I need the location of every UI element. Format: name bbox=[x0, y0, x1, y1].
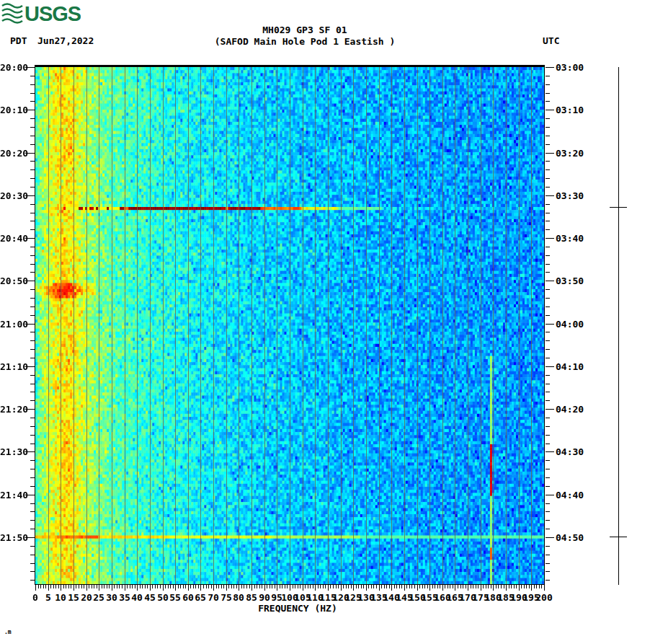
freq-tick bbox=[223, 585, 224, 588]
freq-tick bbox=[114, 585, 115, 588]
time-tick-left bbox=[30, 511, 35, 512]
time-tick-left bbox=[30, 213, 35, 213]
time-tick-right bbox=[546, 340, 550, 341]
freq-tick bbox=[53, 585, 54, 588]
freq-tick bbox=[437, 585, 438, 588]
y-right-tick-label: 03:20 bbox=[556, 149, 584, 158]
freq-tick bbox=[341, 585, 342, 591]
freq-tick bbox=[157, 585, 158, 588]
freq-tick bbox=[277, 585, 277, 591]
freq-tick bbox=[471, 585, 471, 588]
time-tick-left bbox=[30, 469, 35, 469]
freq-tick bbox=[140, 585, 141, 588]
freq-tick bbox=[386, 585, 387, 588]
y-right-tick-label: 04:50 bbox=[556, 533, 584, 542]
freq-tick bbox=[160, 585, 161, 588]
freq-tick bbox=[450, 585, 450, 588]
freq-tick bbox=[99, 585, 99, 591]
time-tick-left bbox=[30, 76, 35, 76]
freq-tick bbox=[66, 585, 66, 588]
y-left-tick-label: 21:20 bbox=[0, 405, 27, 414]
freq-tick bbox=[236, 585, 237, 588]
freq-tick bbox=[130, 585, 130, 588]
freq-tick bbox=[308, 585, 308, 588]
freq-tick bbox=[442, 585, 443, 591]
freq-tick bbox=[94, 585, 94, 588]
freq-tick bbox=[63, 585, 64, 588]
freq-tick bbox=[539, 585, 540, 588]
time-tick-left bbox=[30, 520, 35, 521]
freq-tick bbox=[521, 585, 522, 588]
freq-tick bbox=[361, 585, 362, 588]
time-tick-left bbox=[30, 272, 35, 273]
time-tick-left bbox=[30, 247, 35, 247]
time-tick-left bbox=[30, 136, 35, 136]
freq-tick bbox=[338, 585, 339, 588]
usgs-logo: USGS bbox=[1, 1, 81, 25]
freq-tick bbox=[89, 585, 89, 588]
time-tick-right bbox=[546, 392, 550, 392]
freq-tick bbox=[200, 585, 201, 591]
freq-tick bbox=[188, 585, 189, 591]
freq-tick bbox=[310, 585, 311, 588]
time-tick-left bbox=[30, 435, 35, 436]
time-tick-left bbox=[30, 221, 35, 221]
freq-tick bbox=[239, 585, 239, 591]
spectrogram-page: USGS PDT Jun27,2022 MH029 GP3 SF 01 (SAF… bbox=[0, 0, 650, 644]
freq-tick bbox=[519, 585, 520, 591]
freq-tick bbox=[435, 585, 435, 588]
time-tick-left bbox=[30, 580, 35, 581]
freq-tick bbox=[348, 585, 349, 588]
freq-tick bbox=[358, 585, 359, 588]
freq-tick bbox=[195, 585, 196, 588]
freq-tick bbox=[509, 585, 509, 588]
time-tick-right bbox=[546, 366, 554, 367]
x-tick-label: 55 bbox=[169, 593, 181, 602]
freq-tick bbox=[328, 585, 329, 591]
time-tick-right bbox=[546, 101, 550, 102]
time-tick-left bbox=[30, 563, 35, 564]
time-tick-left bbox=[30, 118, 35, 119]
freq-tick bbox=[453, 585, 453, 588]
time-tick-right bbox=[546, 204, 550, 205]
freq-tick bbox=[491, 585, 491, 588]
x-tick-label: 70 bbox=[208, 593, 219, 602]
time-tick-right bbox=[546, 76, 550, 76]
freq-tick bbox=[440, 585, 440, 588]
freq-tick bbox=[280, 585, 280, 588]
freq-tick bbox=[534, 585, 535, 588]
freq-tick bbox=[270, 585, 270, 588]
y-left-tick-label: 20:10 bbox=[0, 105, 27, 115]
freq-tick bbox=[396, 585, 397, 588]
freq-tick bbox=[526, 585, 527, 588]
usgs-wave-icon bbox=[2, 4, 22, 23]
freq-tick bbox=[363, 585, 364, 588]
time-tick-left bbox=[30, 486, 35, 487]
freq-tick bbox=[333, 585, 334, 588]
freq-tick bbox=[373, 585, 374, 588]
time-tick-right bbox=[546, 213, 550, 213]
time-tick-right bbox=[546, 264, 550, 265]
freq-tick bbox=[198, 585, 199, 588]
freq-tick bbox=[298, 585, 298, 588]
freq-tick bbox=[259, 585, 260, 588]
freq-tick bbox=[336, 585, 337, 588]
freq-tick bbox=[330, 585, 331, 588]
x-tick-label: 80 bbox=[233, 593, 244, 602]
time-tick-right bbox=[546, 444, 550, 444]
freq-tick bbox=[190, 585, 191, 588]
time-tick-right bbox=[546, 324, 554, 325]
x-tick-label: 10 bbox=[55, 593, 66, 602]
freq-tick bbox=[208, 585, 209, 588]
freq-tick bbox=[478, 585, 478, 588]
time-tick-left bbox=[30, 187, 35, 188]
x-tick-label: 45 bbox=[144, 593, 156, 602]
y-left-tick-label: 21:30 bbox=[0, 447, 27, 456]
freq-tick bbox=[262, 585, 262, 588]
freq-tick bbox=[458, 585, 458, 588]
freq-tick bbox=[168, 585, 169, 588]
freq-tick bbox=[460, 585, 461, 588]
y-left-tick-label: 20:30 bbox=[0, 191, 27, 200]
freq-tick bbox=[74, 585, 74, 591]
freq-tick bbox=[524, 585, 525, 588]
